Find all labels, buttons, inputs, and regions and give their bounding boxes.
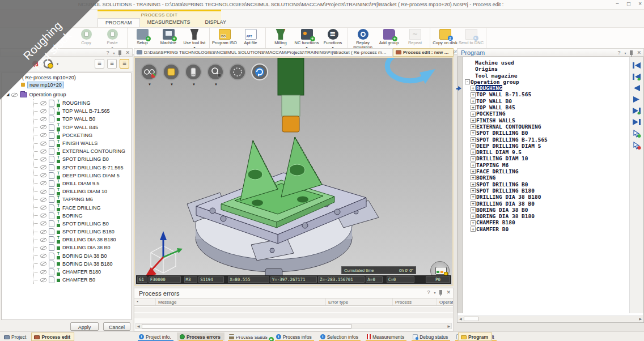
- program-tree-item[interactable]: + BORING DIA 38 B0: [463, 207, 629, 213]
- tree-selected-node[interactable]: new mp10+20: [2, 82, 131, 90]
- operation-tree-item[interactable]: T EXTERNAL CONTOURING: [34, 147, 131, 155]
- ribbon-button[interactable]: Milling▾: [268, 28, 294, 50]
- ribbon-button[interactable]: Paste▾: [99, 28, 125, 50]
- visibility-eye-icon[interactable]: [40, 141, 47, 146]
- ribbon-button[interactable]: Functions▾: [320, 28, 346, 50]
- operation-tree-item[interactable]: T SPOT DRILLING B-71.565: [34, 164, 131, 172]
- dropdown-caret[interactable]: ▼: [148, 83, 151, 86]
- dropdown-caret[interactable]: ▼: [192, 83, 196, 86]
- ribbon-button[interactable]: Send to DNC▾: [458, 28, 484, 45]
- help-icon[interactable]: ?: [106, 50, 109, 56]
- visibility-eye-icon[interactable]: [40, 117, 47, 122]
- operation-tree-item[interactable]: T TOP WALL B0: [34, 115, 131, 123]
- program-bottom-tab[interactable]: Program: [458, 333, 492, 341]
- pin-icon[interactable]: [439, 290, 442, 295]
- operation-tree-item[interactable]: T TAPPING M6: [34, 195, 131, 203]
- remove-selection-hand-button[interactable]: [632, 142, 641, 150]
- record-icon[interactable]: [32, 61, 39, 67]
- close-button[interactable]: ×: [638, 1, 642, 7]
- status-tab[interactable]: Process status: [226, 333, 272, 340]
- visibility-eye-icon[interactable]: [40, 133, 47, 138]
- ribbon-button[interactable]: Setup▾: [129, 28, 155, 45]
- pin-icon[interactable]: [630, 50, 633, 55]
- expander-icon[interactable]: +: [471, 194, 476, 199]
- visibility-eye-icon[interactable]: [40, 125, 47, 130]
- visibility-eye-icon[interactable]: [40, 278, 47, 283]
- expander-icon[interactable]: +: [471, 124, 476, 129]
- program-tree-item[interactable]: + SPOT DRILLING B0: [463, 130, 629, 136]
- ribbon-tab[interactable]: MEASUREMENTS: [140, 18, 198, 27]
- ribbon-button[interactable]: Copy▾: [73, 28, 99, 45]
- program-tree-item[interactable]: Origins: [463, 66, 629, 72]
- expander-icon[interactable]: +: [471, 118, 476, 123]
- operation-tree-item[interactable]: T SPOT DRILLING B0: [34, 155, 131, 163]
- close-icon[interactable]: ✕: [446, 289, 451, 295]
- status-tab[interactable]: Process infos: [273, 333, 316, 340]
- visibility-eye-icon[interactable]: [40, 157, 47, 162]
- expander-icon[interactable]: +: [471, 175, 476, 180]
- expander-icon[interactable]: -: [465, 79, 470, 84]
- step-forward-check-button[interactable]: [632, 107, 641, 114]
- skip-to-start-button[interactable]: [632, 62, 641, 69]
- program-tree-item[interactable]: + FINISH WALLS: [463, 117, 629, 123]
- program-tree-item[interactable]: + DRILL DIAM 9.5: [463, 149, 629, 155]
- expander-icon[interactable]: +: [471, 220, 476, 225]
- expander-icon[interactable]: +: [471, 214, 476, 219]
- visibility-eye-icon[interactable]: [40, 253, 47, 258]
- chevron-down-icon[interactable]: ▾: [624, 51, 626, 55]
- expander-icon[interactable]: +: [471, 156, 476, 161]
- visibility-eye-icon[interactable]: [40, 173, 47, 178]
- operation-tree-item[interactable]: T CHAMFER B180: [34, 268, 131, 276]
- program-tree-item[interactable]: + SPOT DRILLING B-71.565: [463, 137, 629, 143]
- operation-tree-item[interactable]: T DRILL DIAM 9.5: [34, 180, 131, 187]
- expander-icon[interactable]: +: [471, 207, 476, 212]
- expander-icon[interactable]: +: [471, 182, 476, 187]
- process-edit-tab[interactable]: Process edit : new mp10+20: [393, 48, 454, 57]
- operation-tree-item[interactable]: T POCKETING: [34, 131, 131, 139]
- visibility-eye-icon[interactable]: [40, 213, 47, 218]
- visibility-eye-icon[interactable]: [40, 229, 47, 235]
- help-icon[interactable]: ?: [427, 289, 430, 295]
- list-view-medium-button[interactable]: ≣: [107, 59, 117, 69]
- operation-tree-item[interactable]: T DRILLING DIAM 10: [34, 187, 131, 195]
- cancel-button[interactable]: Cancel: [103, 322, 130, 331]
- program-tree-item[interactable]: Tool magazine: [463, 73, 629, 79]
- expand-triangle-icon[interactable]: ◢: [6, 92, 9, 97]
- operation-tree-item[interactable]: T DRILLING DIA 38 B180: [34, 236, 131, 244]
- scroll-left-icon[interactable]: ◀: [459, 317, 462, 321]
- simulation-view-button[interactable]: ▼: [141, 63, 158, 80]
- expander-icon[interactable]: +: [471, 130, 476, 135]
- expander-icon[interactable]: +: [471, 99, 476, 104]
- expander-icon[interactable]: +: [471, 112, 476, 117]
- ribbon-button[interactable]: NC functions▾: [294, 28, 320, 50]
- operation-tree-item[interactable]: T BORING DIA 38 B180: [34, 260, 131, 268]
- expander-icon[interactable]: +: [471, 105, 476, 110]
- status-tab[interactable]: Debug status: [410, 333, 452, 340]
- help-icon[interactable]: ?: [617, 50, 620, 56]
- refresh-view-button[interactable]: [251, 63, 268, 80]
- program-tree-item[interactable]: + DEEP DRILLING DIAM 5: [463, 143, 629, 149]
- list-view-large-button[interactable]: ≣: [120, 59, 129, 69]
- visibility-eye-icon[interactable]: [40, 181, 47, 186]
- ribbon-button[interactable]: Copy on disk▾: [432, 28, 458, 45]
- list-view-small-button[interactable]: ≣: [95, 59, 104, 69]
- scroll-left-icon[interactable]: ◀: [137, 324, 140, 329]
- step-back-add-button[interactable]: [632, 73, 641, 80]
- expander-icon[interactable]: +: [471, 150, 476, 155]
- scrollbar-thumb[interactable]: [142, 324, 351, 329]
- expander-icon[interactable]: +: [471, 169, 476, 174]
- ribbon-tab[interactable]: DISPLAY: [198, 18, 234, 27]
- visibility-eye-icon[interactable]: [11, 92, 18, 97]
- visibility-eye-icon[interactable]: [40, 205, 47, 210]
- operation-tree-item[interactable]: T CHAMFER B0: [34, 276, 131, 284]
- add-selection-hand-button[interactable]: [632, 130, 641, 138]
- program-tree-item[interactable]: + EXTERNAL CONTOURNING: [463, 123, 629, 130]
- program-tree-item[interactable]: + CHAMFER B180: [463, 219, 629, 225]
- tool-display-button[interactable]: ▼: [185, 63, 202, 80]
- horizontal-scrollbar[interactable]: ◀ ▶: [458, 316, 643, 322]
- play-reverse-button[interactable]: [632, 84, 641, 92]
- skip-to-end-button[interactable]: [632, 118, 641, 126]
- program-tree-item[interactable]: + BORING: [463, 174, 629, 181]
- scroll-right-icon[interactable]: ▶: [447, 324, 450, 329]
- operation-tree-item[interactable]: T SPOT DRILLING B180: [34, 228, 131, 236]
